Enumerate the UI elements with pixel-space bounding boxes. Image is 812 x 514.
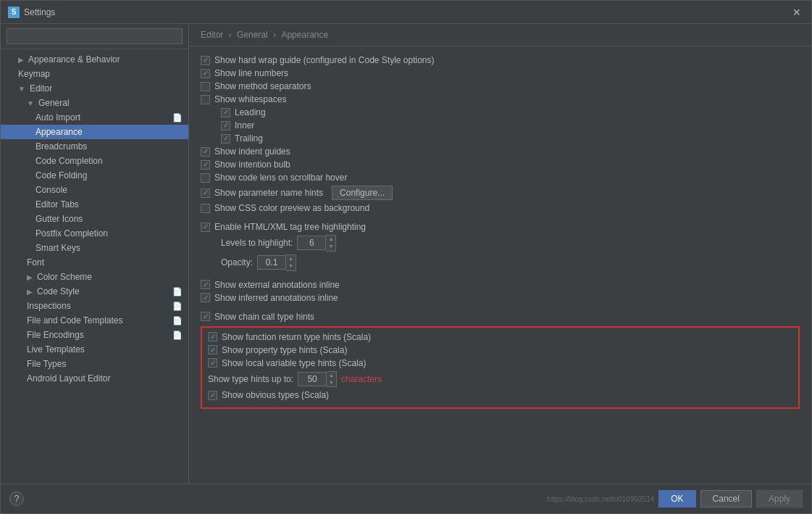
- sidebar-label-appearance-behavior: Appearance & Behavior: [28, 54, 120, 65]
- sidebar-item-file-encodings[interactable]: File Encodings 📄: [1, 328, 188, 342]
- setting-hard-wrap: Show hard wrap guide (configured in Code…: [201, 55, 800, 65]
- setting-html-xml: Enable HTML/XML tag tree highlighting: [201, 222, 800, 232]
- label-ext-annotations: Show external annotations inline: [214, 280, 340, 290]
- sidebar-label-color-scheme: Color Scheme: [37, 272, 92, 282]
- setting-leading: Leading: [201, 107, 800, 117]
- breadcrumb-general: General: [237, 30, 268, 40]
- setting-levels: Levels to highlight: 6 ▲ ▼: [201, 235, 800, 252]
- setting-prop-type: Show property type hints (Scala): [208, 345, 792, 355]
- setting-whitespaces: Show whitespaces: [201, 94, 800, 104]
- cancel-button[interactable]: Cancel: [700, 490, 752, 507]
- setting-trailing: Trailing: [201, 133, 800, 144]
- search-wrap: 🔍: [7, 28, 183, 44]
- sidebar-badge-file-code-templates: 📄: [172, 316, 183, 326]
- checkbox-obvious-types[interactable]: [208, 391, 217, 400]
- configure-button[interactable]: Configure...: [332, 186, 393, 200]
- sidebar-label-auto-import: Auto Import: [35, 112, 80, 123]
- type-hints-down-arrow[interactable]: ▼: [327, 379, 336, 386]
- sidebar-item-font[interactable]: Font: [1, 255, 188, 270]
- checkbox-intention-bulb[interactable]: [201, 160, 210, 170]
- sidebar-item-color-scheme[interactable]: ▶ Color Scheme: [1, 270, 188, 284]
- sidebar-item-auto-import[interactable]: Auto Import 📄: [1, 110, 188, 125]
- breadcrumb-appearance: Appearance: [281, 30, 328, 40]
- sidebar-item-keymap[interactable]: Keymap: [1, 67, 188, 81]
- checkbox-html-xml[interactable]: [201, 223, 210, 232]
- checkbox-line-numbers[interactable]: [201, 69, 210, 78]
- checkbox-local-var[interactable]: [208, 358, 217, 368]
- opacity-up-arrow[interactable]: ▲: [286, 255, 296, 262]
- sidebar-label-keymap: Keymap: [18, 69, 50, 79]
- checkbox-indent-guides[interactable]: [201, 147, 210, 157]
- sidebar-item-appearance-behavior[interactable]: ▶ Appearance & Behavior: [1, 52, 188, 67]
- checkbox-inner[interactable]: [221, 121, 230, 130]
- type-hints-arrows: ▲ ▼: [327, 371, 337, 388]
- search-input[interactable]: [7, 28, 183, 44]
- sidebar-item-console[interactable]: Console: [1, 183, 188, 197]
- sidebar-item-live-templates[interactable]: Live Templates: [1, 342, 188, 357]
- type-hints-up-arrow[interactable]: ▲: [327, 372, 336, 379]
- checkbox-func-return[interactable]: [208, 332, 217, 341]
- sidebar-badge-file-encodings: 📄: [172, 331, 183, 340]
- label-levels: Levels to highlight:: [221, 238, 293, 248]
- setting-indent-guides: Show indent guides: [201, 146, 800, 157]
- apply-button[interactable]: Apply: [756, 490, 803, 507]
- search-box: 🔍: [1, 24, 188, 49]
- help-button[interactable]: ?: [9, 492, 24, 506]
- sidebar-item-android-layout-editor[interactable]: Android Layout Editor: [1, 371, 188, 386]
- footer-right: https://blog.csdn.net/u010993514 OK Canc…: [544, 490, 803, 507]
- setting-func-return: Show function return type hints (Scala): [208, 332, 792, 342]
- checkbox-param-hints[interactable]: [201, 188, 210, 198]
- sidebar-item-breadcrumbs[interactable]: Breadcrumbs: [1, 139, 188, 154]
- tree-arrow-appearance-behavior: ▶: [18, 56, 24, 64]
- sidebar-item-postfix-completion[interactable]: Postfix Completion: [1, 226, 188, 241]
- checkbox-whitespaces[interactable]: [201, 95, 210, 104]
- checkbox-ext-annotations[interactable]: [201, 280, 210, 289]
- checkbox-method-separators[interactable]: [201, 82, 210, 91]
- sidebar-item-file-types[interactable]: File Types: [1, 357, 188, 371]
- checkbox-hard-wrap[interactable]: [201, 56, 210, 65]
- type-hints-input[interactable]: 50: [298, 372, 327, 386]
- label-obvious-types: Show obvious types (Scala): [222, 390, 329, 400]
- sidebar-label-smart-keys: Smart Keys: [35, 243, 80, 253]
- checkbox-code-lens[interactable]: [201, 173, 210, 183]
- footer-left: ?: [9, 492, 24, 506]
- sidebar-item-smart-keys[interactable]: Smart Keys: [1, 241, 188, 255]
- label-indent-guides: Show indent guides: [214, 146, 290, 157]
- levels-up-arrow[interactable]: ▲: [326, 236, 335, 243]
- sidebar-item-editor[interactable]: ▼ Editor: [1, 81, 188, 96]
- settings-tree: ▶ Appearance & Behavior Keymap ▼ Editor …: [1, 49, 188, 484]
- tree-arrow-editor: ▼: [18, 85, 25, 93]
- checkbox-leading[interactable]: [221, 108, 230, 117]
- sidebar-item-code-completion[interactable]: Code Completion: [1, 154, 188, 168]
- setting-opacity: Opacity: 0.1 ▲ ▼: [201, 254, 800, 271]
- setting-obvious-types: Show obvious types (Scala): [208, 390, 792, 400]
- label-characters: characters: [341, 374, 382, 384]
- levels-input[interactable]: 6: [297, 236, 326, 250]
- sidebar-item-code-folding[interactable]: Code Folding: [1, 168, 188, 183]
- checkbox-trailing[interactable]: [221, 134, 230, 144]
- setting-inner: Inner: [201, 120, 800, 130]
- sidebar-label-file-encodings: File Encodings: [27, 330, 84, 340]
- sidebar-item-file-code-templates[interactable]: File and Code Templates 📄: [1, 313, 188, 328]
- checkbox-chain-call[interactable]: [201, 312, 210, 321]
- sidebar-item-general[interactable]: ▼ General: [1, 96, 188, 110]
- opacity-input[interactable]: 0.1: [257, 255, 286, 270]
- close-button[interactable]: ✕: [790, 7, 804, 18]
- sidebar-item-code-style[interactable]: ▶ Code Style 📄: [1, 284, 188, 299]
- checkbox-prop-type[interactable]: [208, 345, 217, 355]
- levels-down-arrow[interactable]: ▼: [326, 243, 335, 250]
- sidebar-item-appearance[interactable]: Appearance: [1, 125, 188, 139]
- checkbox-inf-annotations[interactable]: [201, 293, 210, 302]
- sidebar-item-editor-tabs[interactable]: Editor Tabs: [1, 197, 188, 212]
- sidebar-item-gutter-icons[interactable]: Gutter Icons: [1, 212, 188, 226]
- opacity-down-arrow[interactable]: ▼: [286, 262, 296, 270]
- label-prop-type: Show property type hints (Scala): [222, 345, 347, 355]
- label-hard-wrap: Show hard wrap guide (configured in Code…: [214, 55, 435, 65]
- tree-arrow-color-scheme: ▶: [27, 273, 33, 281]
- sidebar-label-general: General: [38, 98, 70, 108]
- checkbox-css-color[interactable]: [201, 204, 210, 213]
- type-hints-spinner: 50 ▲ ▼: [298, 371, 337, 388]
- sidebar-item-inspections[interactable]: Inspections 📄: [1, 299, 188, 313]
- url-hint: https://blog.csdn.net/u010993514: [547, 495, 654, 503]
- ok-button[interactable]: OK: [658, 490, 695, 507]
